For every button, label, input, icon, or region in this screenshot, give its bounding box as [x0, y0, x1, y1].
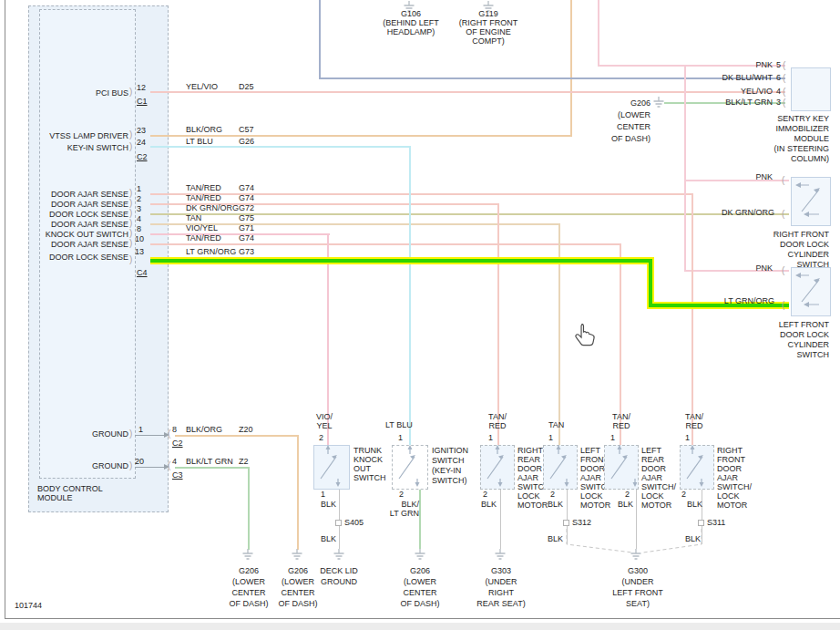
wire-dkbluwht-vert[interactable]: [319, 0, 321, 79]
trunk-knock-out-switch-label: TRUNK KNOCK OUT SWITCH: [353, 446, 386, 482]
sentry-name-line: (IN STEERING: [747, 144, 829, 154]
circuit-number: C57: [239, 125, 254, 134]
name-line: KNOCK: [353, 455, 386, 464]
drawing-number: 101744: [15, 601, 42, 610]
wire-blkltgrn-z2-vert[interactable]: [248, 467, 250, 550]
connector-bracket-icon: ): [129, 209, 132, 218]
wire-blkorg-c57[interactable]: [150, 135, 571, 137]
ground-line: G300: [601, 565, 674, 576]
wire-tanred-row1[interactable]: [150, 193, 693, 195]
sentry-pin: 6: [776, 73, 781, 82]
wire-blkorg-z20[interactable]: [175, 435, 299, 437]
hand-cursor-icon: [572, 323, 598, 352]
name-line: OUT: [353, 464, 386, 473]
name-line: DOOR: [641, 464, 676, 473]
rf-wire-label: TAN/ RED: [681, 412, 707, 430]
name-line: REAR: [641, 455, 676, 464]
circuit-number: G72: [239, 203, 254, 212]
switch-pin: 1: [321, 490, 325, 499]
wire-name: BLK: [321, 534, 336, 543]
sentry-key-module-box[interactable]: [791, 67, 831, 111]
wire-pnk-vert-cyl[interactable]: [684, 65, 686, 272]
ignition-switch-label: IGNITION SWITCH (KEY-IN SWITCH): [432, 446, 468, 486]
ground-line: GROUND: [302, 576, 375, 587]
highlight-core-vert[interactable]: [649, 259, 652, 307]
bcm-pin: 2: [137, 194, 141, 203]
ground-symbol-g206-b[interactable]: [291, 549, 303, 561]
bcm-row-label: DOOR AJAR SENSE: [37, 240, 128, 249]
circuit-number: G75: [239, 213, 254, 222]
ground-symbol-g300[interactable]: [630, 549, 642, 561]
bcm-row-label: PCI BUS: [37, 88, 128, 98]
cyl-name-line: LEFT FRONT: [747, 320, 829, 330]
connector-bracket-icon: (: [783, 61, 785, 70]
cylinder-wire-label: LT GRN/ORG: [709, 296, 774, 305]
switch-pin: 1: [548, 433, 553, 442]
wire-ltblu-vert[interactable]: [409, 146, 411, 445]
bcm-pin: 1: [138, 425, 143, 434]
ground-symbol-decklid[interactable]: [333, 549, 345, 561]
splice-square-icon[interactable]: [698, 520, 704, 526]
cyl-name-line: RIGHT FRONT: [747, 230, 829, 240]
splice-square-icon[interactable]: [563, 520, 569, 526]
wire-tanred-vert-rr[interactable]: [497, 203, 499, 445]
wire-tanred-vert-rf[interactable]: [691, 193, 693, 445]
connector-bracket-icon: (: [782, 266, 784, 275]
wire-name: LT BLU: [385, 420, 413, 429]
highlight-core-h1[interactable]: [150, 259, 652, 263]
wire-blkorg-z20-vert[interactable]: [297, 435, 299, 550]
wire-blkltgrn-ignition[interactable]: [419, 488, 421, 549]
bcm-row-label: KNOCK OUT SWITCH: [37, 230, 128, 239]
bcm-label-line: BODY CONTROL: [37, 484, 103, 493]
wire-tanred-row10[interactable]: [150, 243, 621, 245]
wire-blk-rr[interactable]: [500, 488, 501, 549]
ground-symbol-g206-c[interactable]: [414, 549, 426, 561]
circuit-number: G73: [239, 247, 254, 256]
switch-symbol: [392, 445, 426, 488]
wire-blkorg-vert[interactable]: [570, 0, 572, 137]
name-line: DOOR: [717, 464, 752, 473]
splice-label: S405: [344, 518, 364, 527]
cyl-name-line: CYLINDER: [747, 340, 829, 350]
sentry-wire-label: YEL/VIO: [691, 87, 773, 96]
bcm-pin: 3: [137, 204, 141, 213]
ground-symbol-g206-a[interactable]: [241, 549, 254, 561]
connector-bracket-icon: ): [129, 130, 132, 139]
ground-symbol-g303[interactable]: [494, 549, 507, 561]
inline-pin: 4: [172, 457, 177, 466]
sentry-name-line: COLUMN): [747, 154, 829, 164]
name-line: SWITCH/: [641, 482, 676, 491]
wire-ltblu-g26[interactable]: [150, 146, 411, 148]
wire-name: BLK: [321, 500, 336, 509]
name-line: AJAR: [717, 473, 752, 482]
sentry-wire-label: PNK: [691, 60, 773, 69]
wire-name: LT GRN/ORG: [186, 247, 236, 256]
connector-bracket-icon: ): [129, 255, 132, 264]
connector-bracket-icon: (: [783, 74, 785, 83]
switch-pin: 2: [399, 490, 404, 499]
ground-line: OF DASH): [384, 598, 456, 609]
wire-pnk-vert-top[interactable]: [598, 0, 599, 66]
wire-name: BLK/LT GRN: [186, 457, 233, 466]
scrollbar-track[interactable]: [0, 623, 840, 630]
connector-bracket-icon: ): [129, 142, 132, 151]
name-line: FRONT: [717, 455, 752, 464]
wire-blk-trunk[interactable]: [339, 488, 340, 549]
trunk-wire-label: VIO/ YEL: [312, 412, 337, 430]
ground-symbol-g206-top[interactable]: [652, 97, 665, 108]
g106-line: HEADLAMP): [374, 27, 447, 36]
g300-label: G300 (UNDER LEFT FRONT SEAT): [601, 565, 674, 609]
connector-bracket-icon: ): [129, 189, 132, 198]
sentry-pin: 3: [776, 98, 781, 107]
ground-line: SEAT): [601, 598, 674, 609]
sentry-name-line: SENTRY KEY: [747, 114, 829, 124]
splice-square-icon[interactable]: [335, 520, 342, 526]
ground-line: (UNDER: [465, 576, 538, 587]
circuit-number: D25: [239, 82, 254, 91]
wire-blkltgrn-z2[interactable]: [175, 467, 250, 469]
ground-line: CENTER: [261, 587, 334, 598]
bcm-pin: 4: [137, 214, 141, 223]
bcm-row-label: DOOR AJAR SENSE: [37, 220, 128, 229]
cyl-name-line: CYLINDER: [747, 250, 829, 260]
switch-pin: 1: [685, 433, 690, 442]
